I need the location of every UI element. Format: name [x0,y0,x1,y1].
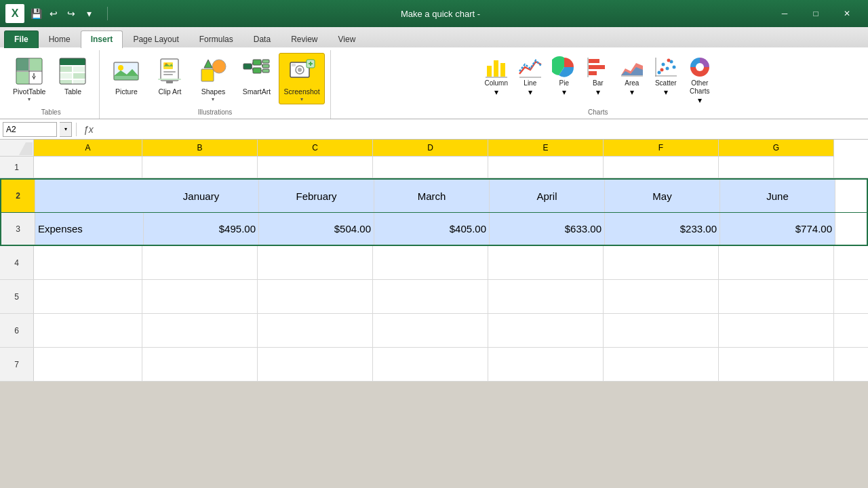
tab-review[interactable]: Review [281,30,328,48]
cell-b4[interactable] [142,246,258,279]
cell-f4[interactable] [604,246,719,279]
table-row: 4 [0,246,868,280]
row-header-6[interactable]: 6 [0,314,34,347]
smartart-button[interactable]: SmartArt [235,53,277,98]
column-chart-button[interactable]: Column ▾ [481,53,512,99]
col-header-b[interactable]: B [142,140,258,157]
row-header-4[interactable]: 4 [0,246,34,279]
row-header-5[interactable]: 5 [0,280,34,313]
cell-f5[interactable] [604,280,719,313]
cell-g1[interactable] [719,157,834,178]
cell-e6[interactable] [488,314,604,347]
pie-chart-button[interactable]: Pie ▾ [549,53,580,99]
cell-e5[interactable] [488,280,604,313]
cell-g7[interactable] [719,348,834,381]
cell-e4[interactable] [488,246,604,279]
col-header-a[interactable]: A [34,140,142,157]
cell-a7[interactable] [34,348,142,381]
customize-qa-button[interactable]: ▾ [81,6,96,21]
cell-g2[interactable]: June [720,180,835,212]
tab-formulas[interactable]: Formulas [189,30,243,48]
redo-button[interactable]: ↪ [64,6,79,21]
cell-f7[interactable] [604,348,719,381]
cell-g3[interactable]: $774.00 [720,213,835,245]
cell-f3[interactable]: $233.00 [605,213,720,245]
row-header-2[interactable]: 2 [1,180,35,212]
area-chart-button[interactable]: Area ▾ [616,53,648,99]
undo-button[interactable]: ↩ [46,6,61,21]
cell-b6[interactable] [142,314,258,347]
col-header-d[interactable]: D [373,140,488,157]
pivottable-button[interactable]: PivotTable ▾ [8,53,50,104]
line-chart-button[interactable]: Line ▾ [515,53,546,99]
col-header-g[interactable]: G [719,140,834,157]
svg-rect-32 [262,69,269,73]
cell-d4[interactable] [373,246,488,279]
picture-button[interactable]: Picture [105,53,147,98]
cell-c3[interactable]: $504.00 [259,213,374,245]
cell-reference-box[interactable]: A2 [3,122,57,137]
other-charts-button[interactable]: OtherCharts ▾ [684,53,715,107]
shapes-button[interactable]: Shapes ▾ [192,53,234,104]
cell-c6[interactable] [258,314,373,347]
save-button[interactable]: 💾 [28,6,43,21]
bar-chart-button[interactable]: Bar ▾ [583,53,614,99]
tab-view[interactable]: View [328,30,366,48]
row-header-1[interactable]: 1 [0,157,34,178]
cell-d5[interactable] [373,280,488,313]
cell-e2[interactable]: April [490,180,605,212]
minimize-button[interactable]: ─ [769,0,800,27]
cell-b2[interactable]: January [144,180,259,212]
row-header-7[interactable]: 7 [0,348,34,381]
cell-c1[interactable] [258,157,373,178]
cell-c4[interactable] [258,246,373,279]
cell-b1[interactable] [142,157,258,178]
cell-b7[interactable] [142,348,258,381]
tab-file[interactable]: File [4,30,39,48]
cell-e1[interactable] [488,157,604,178]
maximize-button[interactable]: □ [800,0,831,27]
cell-d3[interactable]: $405.00 [374,213,490,245]
row-header-3[interactable]: 3 [1,213,35,245]
cell-d6[interactable] [373,314,488,347]
col-header-c[interactable]: C [258,140,373,157]
col-header-e[interactable]: E [488,140,604,157]
col-header-f[interactable]: F [604,140,719,157]
cell-ref-dropdown[interactable]: ▾ [60,122,72,137]
formula-input[interactable] [99,122,865,137]
cell-c5[interactable] [258,280,373,313]
cell-d2[interactable]: March [374,180,490,212]
cell-a3[interactable]: Expenses [35,213,144,245]
scatter-chart-button[interactable]: Scatter ▾ [650,53,682,99]
cell-g4[interactable] [719,246,834,279]
ribbon-tabs: File Home Insert Page Layout Formulas Da… [0,27,868,47]
cell-d7[interactable] [373,348,488,381]
tab-insert[interactable]: Insert [81,30,123,48]
cell-g6[interactable] [719,314,834,347]
cell-b5[interactable] [142,280,258,313]
tab-pagelayout[interactable]: Page Layout [123,30,189,48]
cell-d1[interactable] [373,157,488,178]
cell-g5[interactable] [719,280,834,313]
clipart-button[interactable]: Clip Art [149,53,191,98]
window-controls: ─ □ ✕ [769,0,863,27]
cell-e7[interactable] [488,348,604,381]
cell-a5[interactable] [34,280,142,313]
cell-a1[interactable] [34,157,142,178]
cell-c7[interactable] [258,348,373,381]
tab-data[interactable]: Data [243,30,281,48]
cell-b3[interactable]: $495.00 [144,213,259,245]
cell-c2[interactable]: February [259,180,374,212]
cell-f6[interactable] [604,314,719,347]
cell-a6[interactable] [34,314,142,347]
table-button[interactable]: Table [52,53,94,98]
screenshot-button[interactable]: Screenshot ▾ [279,53,324,104]
cell-a4[interactable] [34,246,142,279]
cell-a2[interactable] [35,180,144,212]
cell-f2[interactable]: May [605,180,720,212]
cell-f1[interactable] [604,157,719,178]
other-charts-arrow: ▾ [698,96,702,105]
tab-home[interactable]: Home [39,30,81,48]
close-button[interactable]: ✕ [831,0,863,27]
cell-e3[interactable]: $633.00 [490,213,605,245]
